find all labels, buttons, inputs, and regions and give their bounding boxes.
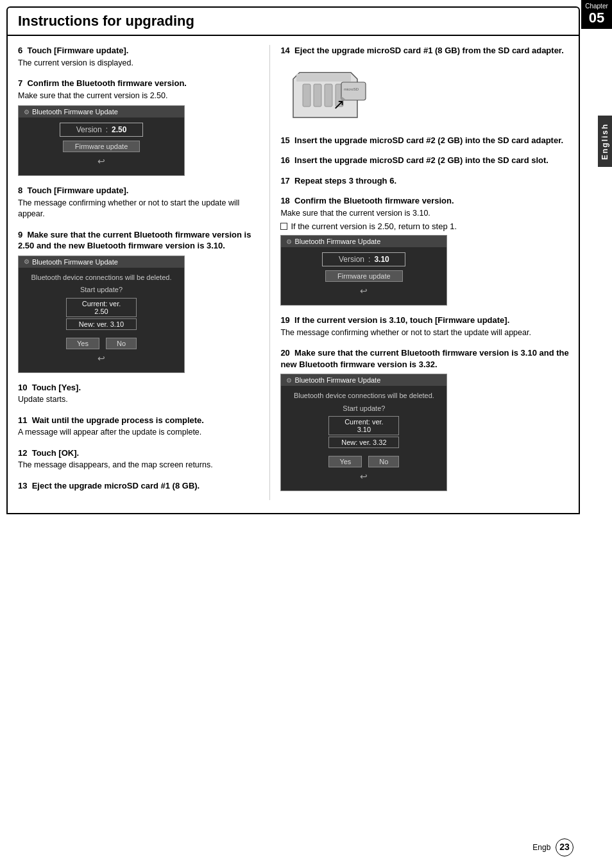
step-10-body: Update starts. [18,394,260,406]
step-6-title: 6 Touch [Firmware update]. [18,45,260,56]
step-8-body: The message confirming whether or not to… [18,198,260,220]
bt-dialog-header-18: ⚙ Bluetooth Firmware Update [281,236,446,247]
bt-yes-20[interactable]: Yes [328,456,362,467]
step-14-title: 14 Eject the upgrade microSD card #1 (8 … [280,45,570,56]
sd-card-svg: microSD ↗ [280,63,383,124]
page-number: 23 [556,838,574,856]
bt-new-ver-20: New: ver. 3.32 [328,437,399,448]
bt-current-new-20: Current: ver. 3.10 New: ver. 3.32 [328,416,399,449]
bt-icon-18: ⚙ [286,238,292,245]
bt-dialog-step18: ⚙ Bluetooth Firmware Update Version : 3.… [280,235,447,306]
bt-update-dialog-20: ⚙ Bluetooth Firmware Update Bluetooth de… [280,374,447,491]
bt-update-text2-9: Start update? [80,285,123,295]
step-11-body: A message will appear after the update i… [18,427,260,438]
step-13-title: 13 Eject the upgrade microSD card #1 (8 … [18,480,260,492]
step-11-title: 11 Wait until the upgrade process is com… [18,415,260,426]
svg-rect-1 [303,84,310,107]
step-16-title: 16 Insert the upgrade microSD card #2 (2… [280,155,570,166]
bt-update-title-9: Bluetooth Firmware Update [32,258,118,266]
language-label: English [598,116,612,167]
chapter-number: 05 [581,11,612,25]
step-17-title: 17 Repeat steps 3 through 6. [280,175,570,187]
step-18-checkbox-text: If the current version is 2.50, return t… [291,221,457,231]
svg-rect-3 [325,84,332,107]
bt-update-text2-20: Start update? [343,404,385,413]
bt-no-9[interactable]: No [106,338,137,349]
step-18-title: 18 Confirm the Bluetooth firmware versio… [280,195,570,207]
step-19-title: 19 If the current version is 3.10, touch… [280,315,570,326]
bt-firmware-btn-7[interactable]: Firmware update [63,141,140,152]
step-15: 15 Insert the upgrade microSD card #2 (2… [280,135,570,146]
svg-rect-6 [341,82,366,100]
engb-label: Engb [532,843,550,852]
bt-version-val-18: 3.10 [374,255,389,264]
bt-update-dialog-9: ⚙ Bluetooth Firmware Update Bluetooth de… [18,256,185,373]
step-16: 16 Insert the upgrade microSD card #2 (2… [280,155,570,166]
step-6-body: The current version is displayed. [18,58,260,69]
step-7-title: 7 Confirm the Bluetooth firmware version… [18,78,260,89]
bt-update-body-20: Bluetooth device connections will be del… [281,386,446,485]
step-18: 18 Confirm the Bluetooth firmware versio… [280,195,570,306]
bt-dialog-body-7: Version : 2.50 Firmware update ↩ [19,117,184,170]
sd-card-image: microSD ↗ [280,62,383,126]
page-title: Instructions for upgrading [18,13,568,30]
step-20-title: 20 Make sure that the current Bluetooth … [280,347,570,370]
step-11: 11 Wait until the upgrade process is com… [18,415,260,438]
chapter-tab: Chapter 05 [581,0,612,29]
bt-current-ver-20: Current: ver. 3.10 [328,416,399,435]
checkbox-icon [280,223,287,230]
bt-dialog-title-18: Bluetooth Firmware Update [294,238,380,245]
bt-dialog-step7: ⚙ Bluetooth Firmware Update Version : 2.… [18,105,185,176]
step-12: 12 Touch [OK]. The message disappears, a… [18,447,260,471]
bt-back-20[interactable]: ↩ [360,471,368,482]
right-column: 14 Eject the upgrade microSD card #1 (8 … [270,45,579,500]
step-12-title: 12 Touch [OK]. [18,447,260,459]
bt-update-text1-9: Bluetooth device connections will be del… [31,273,172,282]
step-8: 8 Touch [Firmware update]. The message c… [18,185,260,220]
bt-back-7[interactable]: ↩ [98,156,105,166]
bt-version-val-7: 2.50 [112,125,126,134]
step-19: 19 If the current version is 3.10, touch… [280,315,570,338]
bt-new-ver-9: New: ver. 3.10 [66,318,137,330]
step-17: 17 Repeat steps 3 through 6. [280,175,570,187]
step-15-title: 15 Insert the upgrade microSD card #2 (2… [280,135,570,146]
bt-yes-no-20: Yes No [328,456,399,467]
bt-update-text1-20: Bluetooth device connections will be del… [294,391,434,401]
bt-yes-9[interactable]: Yes [66,338,99,349]
svg-text:microSD: microSD [344,87,359,91]
step-14: 14 Eject the upgrade microSD card #1 (8 … [280,45,570,126]
step-18-body: Make sure that the current version is 3.… [280,208,570,220]
bt-yes-no-9: Yes No [66,338,137,349]
bt-firmware-btn-18[interactable]: Firmware update [325,270,403,282]
bt-version-row-18: Version : 3.10 [322,252,405,266]
svg-text:↗: ↗ [333,96,344,112]
bt-update-title-20: Bluetooth Firmware Update [294,376,380,384]
bt-current-new-9: Current: ver. 2.50 New: ver. 3.10 [66,298,137,331]
bt-back-9[interactable]: ↩ [98,353,105,363]
step-18-checkbox: If the current version is 2.50, return t… [280,221,570,231]
step-10: 10 Touch [Yes]. Update starts. [18,382,260,406]
step-13: 13 Eject the upgrade microSD card #1 (8 … [18,480,260,492]
step-9-title: 9 Make sure that the current Bluetooth f… [18,229,260,252]
chapter-label: Chapter [581,3,612,10]
bt-back-18[interactable]: ↩ [360,286,368,296]
step-7: 7 Confirm the Bluetooth firmware version… [18,78,260,176]
bt-current-ver-9: Current: ver. 2.50 [66,298,137,317]
bt-no-20[interactable]: No [368,456,399,467]
bt-icon-7: ⚙ [24,108,30,116]
svg-rect-5 [296,74,351,82]
step-9: 9 Make sure that the current Bluetooth f… [18,229,260,373]
bt-update-header-20: ⚙ Bluetooth Firmware Update [281,374,446,386]
step-12-body: The message disappears, and the map scre… [18,460,260,471]
page-number-area: Engb 23 [532,838,574,856]
step-20: 20 Make sure that the current Bluetooth … [280,347,570,491]
step-6: 6 Touch [Firmware update]. The current v… [18,45,260,69]
step-7-body: Make sure that the current version is 2.… [18,91,260,102]
step-10-title: 10 Touch [Yes]. [18,382,260,394]
step-8-title: 8 Touch [Firmware update]. [18,185,260,196]
bt-icon-20: ⚙ [286,377,292,384]
bt-version-row-7: Version : 2.50 [60,123,143,137]
step-19-body: The message confirming whether or not to… [280,327,570,339]
bt-dialog-body-18: Version : 3.10 Firmware update ↩ [281,247,446,300]
page-title-bar: Instructions for upgrading [6,6,580,36]
